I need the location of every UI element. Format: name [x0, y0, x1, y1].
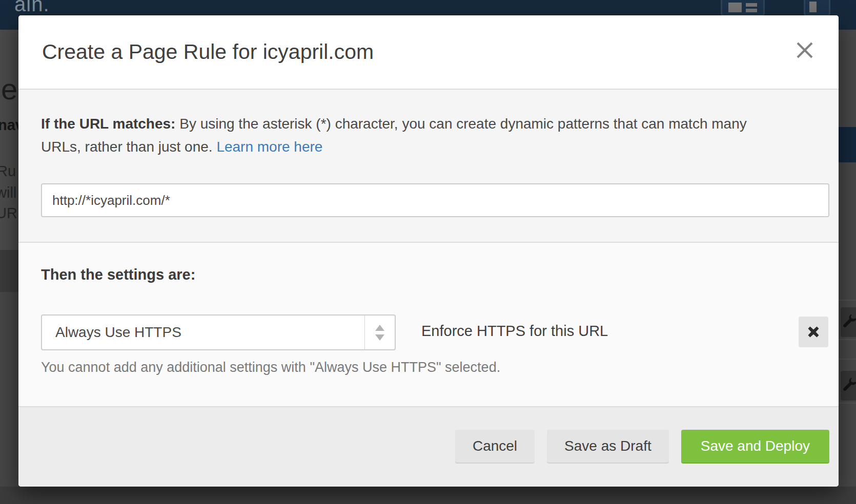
icon-bar: [746, 3, 757, 7]
background-blue-button-fragment: [837, 127, 856, 162]
save-as-draft-button[interactable]: Save as Draft: [547, 430, 669, 463]
header-text-fragment: ain.: [14, 0, 50, 16]
background-text-fragment: UR: [0, 205, 17, 222]
header-cards-icon: [721, 0, 765, 16]
dialog-footer: Cancel Save as Draft Save and Deploy: [18, 406, 839, 487]
chevron-down-icon: [375, 334, 384, 341]
settings-helper-text: You cannot add any additional settings w…: [41, 360, 500, 375]
close-button[interactable]: [796, 41, 814, 59]
close-icon: [796, 41, 814, 59]
header-panel-icon: [804, 0, 830, 16]
settings-section: Then the settings are: Always Use HTTPS …: [18, 243, 839, 406]
background-row-divider: [839, 339, 856, 340]
footer-buttons: Cancel Save as Draft Save and Deploy: [455, 430, 829, 463]
url-match-label: If the URL matches:: [41, 116, 175, 132]
wrench-icon: [843, 314, 856, 330]
url-pattern-input[interactable]: [41, 183, 829, 217]
icon-bar: [746, 9, 757, 12]
background-row-divider: [839, 403, 856, 404]
save-and-deploy-button[interactable]: Save and Deploy: [681, 430, 829, 463]
wrench-icon: [843, 378, 856, 393]
cancel-button[interactable]: Cancel: [455, 430, 535, 463]
setting-row: Always Use HTTPS Enforce HTTPS for this …: [41, 314, 829, 350]
background-wrench-button: [841, 307, 856, 337]
url-match-section: If the URL matches: By using the asteris…: [18, 90, 839, 242]
remove-setting-button[interactable]: [799, 317, 828, 347]
dialog-header: Create a Page Rule for icyapril.com: [18, 15, 839, 89]
setting-select-value: Always Use HTTPS: [42, 324, 364, 341]
create-page-rule-dialog: Create a Page Rule for icyapril.com If t…: [18, 15, 839, 487]
background-row-divider: [839, 300, 856, 301]
background-text-fragment: Ru: [0, 163, 16, 180]
select-spinner[interactable]: [364, 316, 395, 349]
icon-block: [809, 2, 817, 12]
url-match-instructions: If the URL matches: By using the asteris…: [41, 112, 769, 158]
setting-description: Enforce HTTPS for this URL: [421, 323, 608, 340]
background-table-header-band: [0, 250, 18, 292]
background-heading-fragment: e: [1, 72, 17, 106]
background-page-left-lower: [0, 292, 18, 487]
dialog-title: Create a Page Rule for icyapril.com: [42, 40, 374, 64]
background-row-divider: [839, 359, 856, 360]
background-wrench-button: [841, 371, 856, 401]
icon-block: [728, 3, 742, 12]
screen: e nav Ru will UR ain. Create a Page Rule…: [0, 0, 856, 504]
remove-x-icon: [806, 325, 821, 339]
settings-label: Then the settings are:: [41, 266, 195, 283]
learn-more-link[interactable]: Learn more here: [216, 139, 322, 155]
chevron-up-icon: [375, 325, 384, 331]
setting-select[interactable]: Always Use HTTPS: [41, 314, 396, 350]
background-page-right: [839, 30, 856, 487]
background-text-fragment: will: [0, 184, 16, 201]
background-below-modal: [0, 487, 856, 504]
